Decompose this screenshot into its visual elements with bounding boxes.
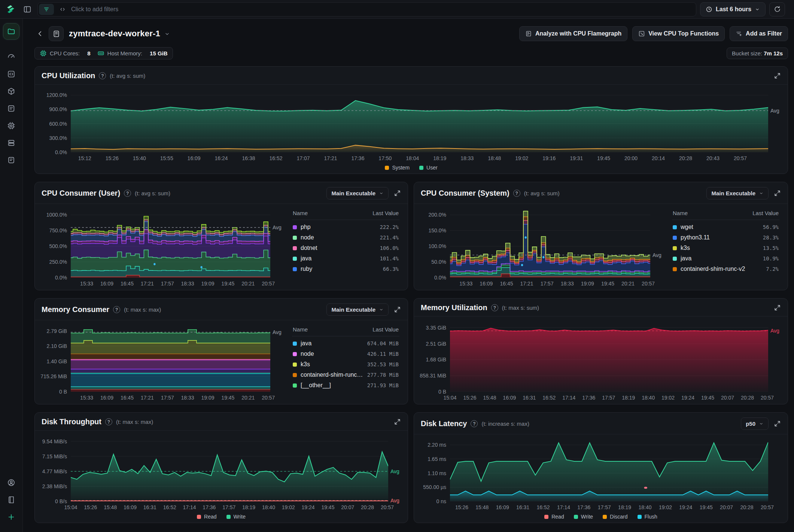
series-name: [__other__] bbox=[301, 382, 363, 389]
legend-table-row[interactable]: k3s13.5% bbox=[672, 241, 779, 251]
x-axis-tick: 20:21 bbox=[621, 281, 635, 287]
memory-consumer-card: Memory Consumer ? (t: max s: max) Main E… bbox=[34, 298, 408, 404]
legend-table-row[interactable]: node221.4% bbox=[292, 230, 399, 241]
sidebar-item-cpu[interactable] bbox=[4, 118, 19, 133]
time-range-button[interactable]: Last 6 hours bbox=[700, 2, 766, 16]
memory-consumer-legend-table: NameLast Valuejava674.04 MiBnode426.11 M… bbox=[290, 320, 408, 404]
help-icon[interactable]: ? bbox=[471, 420, 478, 427]
legend-item-read[interactable]: Read bbox=[197, 514, 216, 520]
refresh-button[interactable] bbox=[769, 2, 785, 16]
expand-icon[interactable] bbox=[394, 418, 401, 425]
legend-item-user[interactable]: User bbox=[419, 165, 438, 171]
ram-icon bbox=[97, 50, 104, 57]
y-axis-tick: 500.0% bbox=[49, 243, 67, 249]
host-switcher-caret[interactable] bbox=[164, 31, 170, 37]
memory-consumer-chart[interactable]: 2.79 GiB2.10 GiB1.40 GiB715.26 MiB0 BAvg… bbox=[35, 320, 290, 404]
legend-table-row[interactable]: php222.2% bbox=[292, 220, 399, 230]
filter-input[interactable] bbox=[71, 6, 695, 13]
main-executable-dropdown[interactable]: Main Executable bbox=[706, 187, 769, 199]
storage-stack-icon bbox=[7, 139, 15, 147]
x-axis-tick: 16:09 bbox=[480, 281, 493, 287]
legend-table-row[interactable]: java674.04 MiB bbox=[292, 336, 399, 347]
help-icon[interactable]: ? bbox=[113, 306, 120, 313]
legend-item-write[interactable]: Write bbox=[574, 514, 593, 520]
legend-item-discard[interactable]: Discard bbox=[603, 514, 627, 520]
x-axis-tick: 16:52 bbox=[542, 395, 556, 401]
series-name: node bbox=[301, 351, 363, 357]
expand-icon[interactable] bbox=[774, 190, 781, 197]
x-axis-tick: 15:26 bbox=[463, 395, 476, 401]
legend-table-row[interactable]: wget56.9% bbox=[672, 220, 779, 230]
help-icon[interactable]: ? bbox=[124, 190, 131, 197]
x-axis-tick: 18:19 bbox=[242, 504, 255, 510]
filter-icon[interactable] bbox=[39, 4, 54, 15]
card-title: CPU Utilization bbox=[42, 71, 95, 80]
entity-header: zymtrace-dev-worker-1 Analyze with CPU F… bbox=[34, 25, 788, 43]
x-axis-tick: 15:26 bbox=[455, 504, 468, 510]
folder-icon bbox=[7, 27, 15, 36]
legend-table-row[interactable]: node426.11 MiB bbox=[292, 347, 399, 357]
sidebar-item-add[interactable] bbox=[4, 510, 19, 525]
sidebar-item-dashboards[interactable] bbox=[4, 49, 19, 64]
back-button[interactable] bbox=[34, 28, 46, 39]
sidebar-item-logs[interactable] bbox=[4, 492, 19, 507]
main-executable-dropdown[interactable]: Main Executable bbox=[326, 303, 389, 316]
expand-icon[interactable] bbox=[774, 304, 781, 311]
sidebar-item-docs[interactable] bbox=[4, 153, 19, 168]
x-axis-tick: 17:14 bbox=[557, 504, 570, 510]
legend-item-write[interactable]: Write bbox=[226, 514, 246, 520]
legend-item-flush[interactable]: Flush bbox=[638, 514, 657, 520]
x-axis-tick: 17:57 bbox=[161, 395, 174, 401]
cpu-consumer-system-chart[interactable]: 200.0%150.0%100.0%50.0%0.0%Avg15:3316:09… bbox=[414, 204, 670, 290]
x-axis-tick: 19:02 bbox=[661, 395, 675, 401]
add-as-filter-button[interactable]: Add as Filter bbox=[730, 26, 788, 41]
analyze-flamegraph-button[interactable]: Analyze with CPU Flamegraph bbox=[519, 26, 627, 41]
legend-table-row[interactable]: k3s352.53 MiB bbox=[292, 357, 399, 368]
y-axis-tick: 0.0% bbox=[55, 275, 67, 281]
series-swatch bbox=[673, 246, 677, 250]
sidebar-item-reports[interactable] bbox=[4, 101, 19, 116]
legend-table-row[interactable]: java10.9% bbox=[672, 251, 779, 262]
x-axis-tick: 18:40 bbox=[262, 504, 275, 510]
sidebar-item-hosts[interactable] bbox=[3, 23, 19, 40]
cpu-consumer-user-chart[interactable]: 1000.0%750.0%500.0%250.0%0.0%Avg15:3316:… bbox=[35, 204, 290, 290]
view-top-functions-button[interactable]: View CPU Top Functions bbox=[632, 26, 725, 41]
help-icon[interactable]: ? bbox=[513, 190, 520, 197]
legend-table-row[interactable]: containerd-shim-runc-v2277.78 MiB bbox=[292, 368, 399, 378]
query-code-icon[interactable] bbox=[56, 4, 69, 15]
legend-item-system[interactable]: System bbox=[385, 165, 410, 171]
x-axis-tick: 17:21 bbox=[520, 281, 533, 287]
sidebar-item-account[interactable] bbox=[4, 475, 19, 490]
legend-table-row[interactable]: python3.1128.3% bbox=[672, 230, 779, 241]
y-axis-tick: 900.0% bbox=[49, 106, 67, 112]
topbar: Last 6 hours bbox=[0, 0, 794, 19]
x-axis-tick: 17:21 bbox=[324, 155, 337, 161]
percentile-dropdown[interactable]: p50 bbox=[741, 418, 769, 430]
legend-table-row[interactable]: [__other__]271.93 MiB bbox=[292, 378, 399, 389]
legend-table-row[interactable]: containerd-shim-runc-v27.2% bbox=[672, 262, 779, 272]
expand-icon[interactable] bbox=[394, 190, 401, 197]
legend-table-row[interactable]: dotnet106.0% bbox=[292, 241, 399, 251]
legend-item-read[interactable]: Read bbox=[544, 514, 564, 520]
memory-utilization-chart[interactable]: 3.35 GiB2.51 GiB1.68 GiB858.31 MiB0 BAvg… bbox=[414, 317, 788, 404]
disk-latency-chart[interactable]: 2.20 ms1.65 ms1.10 ms550.00 µs0 ns15:261… bbox=[414, 434, 788, 523]
legend-swatch bbox=[574, 515, 578, 519]
legend-table-row[interactable]: java101.4% bbox=[292, 251, 399, 262]
main-executable-dropdown[interactable]: Main Executable bbox=[326, 187, 389, 199]
expand-icon[interactable] bbox=[394, 306, 401, 313]
filter-bar[interactable] bbox=[37, 2, 696, 16]
help-icon[interactable]: ? bbox=[99, 72, 106, 79]
series-last-value: 10.9% bbox=[763, 256, 779, 262]
cpu-utilization-chart[interactable]: 1200.0%900.0%600.0%300.0%0.0%Avg15:1215:… bbox=[35, 85, 788, 174]
sidebar-item-storage[interactable] bbox=[4, 135, 19, 150]
help-icon[interactable]: ? bbox=[105, 418, 112, 425]
sidebar-item-code[interactable] bbox=[4, 67, 19, 82]
sidebar-item-containers[interactable] bbox=[4, 84, 19, 99]
disk-throughput-chart[interactable]: 9.54 MiB/s7.15 MiB/s4.77 MiB/s2.38 MiB/s… bbox=[35, 431, 408, 523]
sidebar-toggle-icon[interactable] bbox=[21, 3, 34, 16]
series-swatch bbox=[293, 225, 297, 229]
help-icon[interactable]: ? bbox=[491, 304, 498, 311]
legend-table-row[interactable]: ruby66.3% bbox=[292, 262, 399, 272]
expand-icon[interactable] bbox=[774, 72, 781, 79]
expand-icon[interactable] bbox=[774, 420, 781, 427]
